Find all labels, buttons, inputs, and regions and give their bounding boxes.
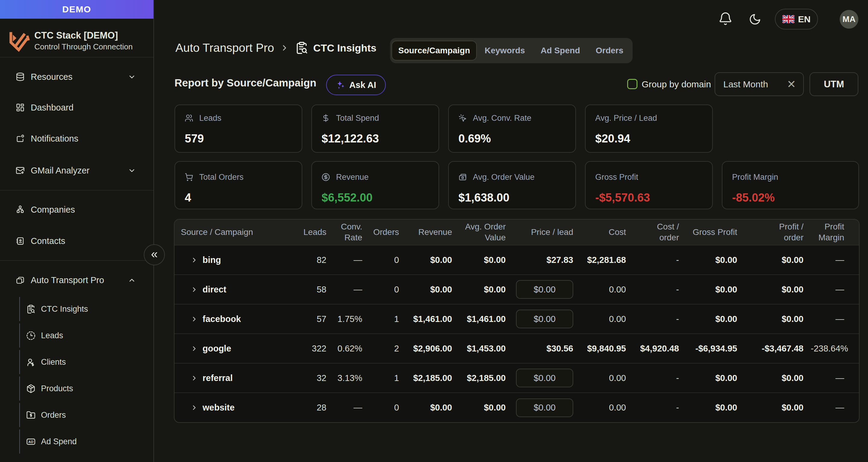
svg-text:AD: AD bbox=[28, 440, 33, 443]
